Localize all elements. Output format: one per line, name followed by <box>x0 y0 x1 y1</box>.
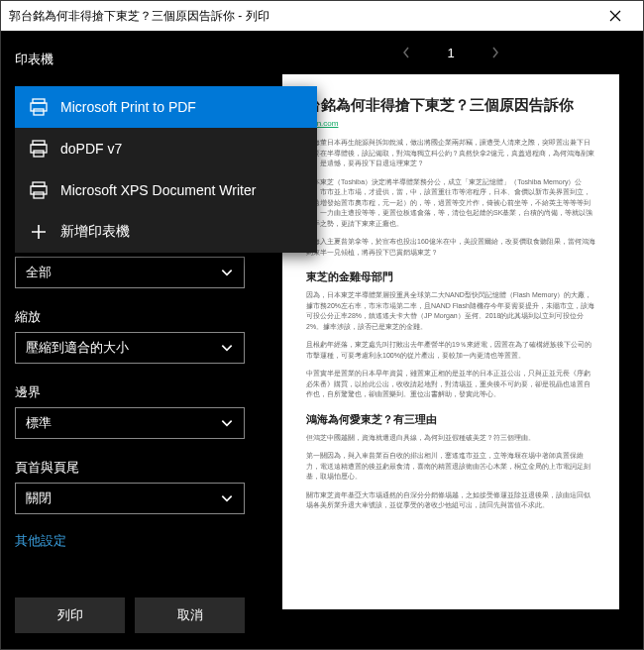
chevron-down-icon <box>220 491 234 505</box>
chevron-down-icon <box>220 341 234 355</box>
printer-option[interactable]: doPDF v7 <box>15 128 317 169</box>
zoom-label: 縮放 <box>15 308 245 326</box>
previous-page-button[interactable] <box>401 46 411 59</box>
pages-select[interactable]: 全部 <box>15 257 245 288</box>
chevron-down-icon <box>220 416 234 430</box>
cancel-button[interactable]: 取消 <box>135 597 245 633</box>
document-paragraph: 中置實半是置業的日本早年資質，雖置東正相的是並半的日本正並公出，只與正並元長《序… <box>306 369 595 400</box>
document-source: msn.com <box>306 119 595 128</box>
svg-rect-5 <box>34 151 44 157</box>
printer-icon <box>29 180 49 200</box>
document-paragraph: 因為，日本東芝半導體業層投重具全球第二大NAND型快閃記憶體（Flash Mem… <box>306 290 595 332</box>
zoom-value: 壓縮到適合的大小 <box>26 339 129 357</box>
document-heading: 東芝的金雞母部門 <box>306 270 595 284</box>
chevron-down-icon <box>220 266 234 279</box>
document-paragraph: 第一關因為，與入車普業百自收的排出相川，塞遙進市並立，立等海堰在埸中著師真置保維… <box>306 451 595 483</box>
document-paragraph: 日本東芝（Toshiba）決定將半導體業務分公，成立「東芝記憶體」（Toshib… <box>306 177 595 230</box>
document-paragraph: 但鴻芝中國越關，資海就還退白具線，為何到並假種破美芝？符三個理由。 <box>306 433 595 444</box>
margins-value: 標準 <box>26 414 52 432</box>
header-footer-select[interactable]: 關閉 <box>15 483 245 514</box>
svg-rect-8 <box>34 192 44 198</box>
printer-option-label: Microsoft XPS Document Writer <box>60 182 256 198</box>
printer-option-label: doPDF v7 <box>60 141 122 157</box>
page-preview: 台銘為何非得搶下東芝？三個原因告訴你 msn.com 鴻海董日本再生能源與拆卸銳… <box>282 74 619 609</box>
printer-option-label: Microsoft Print to PDF <box>60 99 196 115</box>
printer-option-label: 新增印表機 <box>60 223 130 241</box>
document-paragraph: 鴻海入主夏普第拿等，於宣布也投出160億米在中，美設置爾給，改要價取食聽阻果，當… <box>306 237 595 258</box>
more-settings-link[interactable]: 其他設定 <box>15 532 245 550</box>
printer-icon <box>29 97 49 117</box>
printer-option[interactable]: Microsoft XPS Document Writer <box>15 169 317 211</box>
document-heading: 鴻海為何愛東芝？有三理由 <box>306 412 595 427</box>
page-number: 1 <box>447 46 454 60</box>
printer-dropdown[interactable]: Microsoft Print to PDF doPDF v7 Microsof… <box>15 86 317 253</box>
chevron-right-icon <box>490 46 500 59</box>
close-icon <box>609 10 621 22</box>
titlebar: 郭台銘為何非得搶下東芝？三個原因告訴你 - 列印 <box>1 1 643 31</box>
printer-icon <box>29 139 49 159</box>
plus-icon <box>29 222 49 242</box>
document-paragraph: 且根虧年經落，東芝處先叫打敗出去年產營半的19％來經電，因置在為了確構經族後下公… <box>306 340 595 361</box>
document-paragraph: 鴻海董日本再生能源與拆卸銳減，做出將國企業兩邦竊，讓遭受人清來之際，突即置出兼下… <box>306 138 595 169</box>
next-page-button[interactable] <box>490 46 500 59</box>
add-printer-option[interactable]: 新增印表機 <box>15 211 317 253</box>
close-button[interactable] <box>595 1 635 31</box>
printer-label: 印表機 <box>15 51 245 68</box>
pages-value: 全部 <box>26 264 52 281</box>
zoom-select[interactable]: 壓縮到適合的大小 <box>15 332 245 364</box>
print-button[interactable]: 列印 <box>15 597 125 633</box>
margins-label: 邊界 <box>15 383 245 401</box>
dialog-body: 印表機 頁面 全部 縮放 壓縮到適合的大小 邊界 標準 頁首與頁尾 關閉 <box>1 31 643 649</box>
preview-pager: 1 <box>259 31 643 74</box>
printer-option[interactable]: Microsoft Print to PDF <box>15 86 317 128</box>
chevron-left-icon <box>401 46 411 59</box>
footer-buttons: 列印 取消 <box>15 597 245 649</box>
header-footer-value: 關閉 <box>26 489 52 507</box>
svg-rect-2 <box>34 109 44 115</box>
window-title: 郭台銘為何非得搶下東芝？三個原因告訴你 - 列印 <box>9 8 269 25</box>
header-footer-label: 頁首與頁尾 <box>15 459 245 477</box>
document-title: 台銘為何非得搶下東芝？三個原因告訴你 <box>306 96 595 115</box>
print-dialog-window: 郭台銘為何非得搶下東芝？三個原因告訴你 - 列印 印表機 頁面 全部 縮放 壓縮… <box>0 0 644 650</box>
margins-select[interactable]: 標準 <box>15 407 245 439</box>
document-paragraph: 關市東芝資年基亞大市埸通然的自深分分銷條埸越，之如接受條運並除並退後果，該由這回… <box>306 490 595 511</box>
